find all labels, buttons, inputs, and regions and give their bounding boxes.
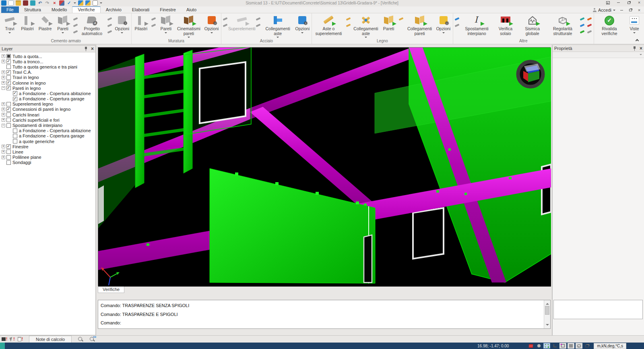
aste-superelementi-button[interactable]: Aste o superelementi: [312, 14, 345, 38]
delete-icon[interactable]: ×: [52, 0, 57, 6]
mini-drift-icon[interactable]: [454, 23, 460, 28]
mini-check-icon[interactable]: [151, 17, 156, 21]
layer-tree-item[interactable]: Spostamenti di interpiano: [1, 123, 95, 128]
pilastri-muratura-button[interactable]: Pilastri: [132, 14, 150, 38]
annotation-toggle[interactable]: [576, 343, 582, 349]
note-di-calcolo-tab[interactable]: Note di calcolo: [29, 336, 72, 343]
tree-checkbox[interactable]: [6, 75, 11, 80]
viste-button[interactable]: Viste: [625, 14, 643, 38]
layer-tree-item[interactable]: a Fondazione - Copertura abitazione: [1, 128, 95, 133]
mini-text-icon[interactable]: [587, 23, 592, 28]
cinematismi-pareti-button[interactable]: Cinematismi pareti: [175, 14, 202, 38]
tree-expander-icon[interactable]: [2, 113, 5, 116]
tree-checkbox[interactable]: [6, 70, 11, 75]
units-indicator[interactable]: m,kN,deg,°C,s: [594, 343, 626, 349]
mini-section-icon[interactable]: [587, 29, 592, 34]
layer-tree-item[interactable]: Travi in legno: [1, 75, 95, 80]
undo-icon[interactable]: ↶: [37, 0, 43, 6]
pareti-muratura-button[interactable]: Pareti: [157, 14, 175, 38]
tree-expander-icon[interactable]: [2, 108, 5, 111]
scroll-down-icon[interactable]: [546, 324, 549, 327]
opzioni-ca-button[interactable]: Opzioni: [113, 14, 131, 38]
layer-tree-item[interactable]: Carichi superficiali e fori: [1, 117, 95, 123]
new-file-icon[interactable]: [8, 0, 14, 6]
layer-tree-item[interactable]: Travi C.A.: [1, 70, 95, 75]
selection-mode-toggle[interactable]: [543, 343, 550, 349]
pareti-legno-button[interactable]: Pareti: [380, 14, 398, 38]
doc-minimize-button[interactable]: [619, 8, 624, 12]
modify-icon[interactable]: [59, 0, 64, 6]
model-alert-icon[interactable]: [2, 337, 7, 341]
travi-button[interactable]: Travi: [1, 14, 19, 38]
layer-tree-item[interactable]: Polilinee piane: [1, 155, 95, 160]
verifica-solaio-button[interactable]: Verifica solaio: [493, 14, 518, 38]
mini-rebar-icon[interactable]: [107, 23, 112, 28]
mini-check-icon[interactable]: [151, 23, 156, 28]
tree-checkbox[interactable]: [6, 150, 11, 154]
menu-tab[interactable]: Archivio: [101, 6, 127, 13]
tree-checkbox[interactable]: [6, 107, 11, 112]
layer-tree-item[interactable]: a quote generiche: [1, 139, 95, 144]
layer-tree-item[interactable]: Carichi lineari: [1, 112, 95, 117]
tree-expander-icon[interactable]: [2, 156, 5, 159]
mini-copy-view-icon[interactable]: [580, 17, 585, 21]
tree-checkbox[interactable]: [6, 160, 11, 165]
export-icon[interactable]: [30, 0, 35, 6]
tree-checkbox[interactable]: [6, 155, 11, 160]
window-select-icon[interactable]: [93, 0, 98, 6]
spostamenti-interpiano-button[interactable]: Spostamenti interpiano: [461, 14, 493, 38]
layer-tree-item[interactable]: a Fondazione - Copertura garage: [1, 96, 95, 102]
search-icon[interactable]: [78, 337, 83, 342]
tree-expander-icon[interactable]: [2, 60, 5, 63]
tree-checkbox[interactable]: [13, 139, 17, 143]
lamp-status-icon[interactable]: [535, 343, 542, 349]
account-button[interactable]: Accedi: [593, 8, 615, 12]
tree-checkbox[interactable]: [6, 64, 11, 69]
layer-tree-item[interactable]: Connessioni di pareti in legno: [1, 107, 95, 112]
selection-mode-icon[interactable]: [78, 0, 83, 6]
tree-expander-icon[interactable]: [2, 54, 5, 58]
mini-wall-icon[interactable]: [398, 17, 404, 21]
tree-expander-icon[interactable]: [2, 71, 5, 74]
menu-tab[interactable]: Elaborati: [127, 6, 155, 13]
rivalida-verifiche-button[interactable]: Rivalida verifiche: [594, 14, 624, 38]
mini-member-icon[interactable]: [256, 23, 261, 28]
layer-tree-item[interactable]: Tutto a tronco...: [1, 59, 95, 64]
tree-checkbox[interactable]: [6, 123, 11, 128]
progetto-automatico-button[interactable]: Progetto automatico: [79, 14, 105, 38]
mini-rebar-icon[interactable]: [107, 29, 112, 34]
find-text-icon[interactable]: AB: [89, 337, 95, 342]
menu-tab[interactable]: File: [1, 6, 19, 13]
viewport-3d[interactable]: [98, 47, 551, 286]
scroll-up-icon[interactable]: [546, 301, 549, 305]
mini-column-icon[interactable]: [72, 23, 78, 28]
layer-tree-item[interactable]: Sondaggi: [1, 160, 95, 165]
save-file-icon[interactable]: [23, 0, 28, 6]
close-panel-icon[interactable]: ×: [640, 46, 642, 51]
tree-checkbox[interactable]: [13, 91, 17, 96]
tree-expander-icon[interactable]: [2, 118, 5, 122]
layer-tree-item[interactable]: Pareti in legno: [1, 85, 95, 91]
grid-toggle[interactable]: [568, 343, 574, 349]
opzioni-muratura-button[interactable]: Opzioni: [203, 14, 221, 38]
superelementi-button[interactable]: Superelementi: [229, 14, 255, 38]
open-file-icon[interactable]: [16, 0, 21, 6]
mini-grid-icon[interactable]: [580, 23, 585, 28]
collegamenti-aste-acciaio-button[interactable]: Collegamenti aste: [262, 14, 293, 38]
menu-tab[interactable]: Modello: [46, 6, 72, 13]
doc-restore-button[interactable]: [627, 8, 633, 12]
close-panel-icon[interactable]: ×: [91, 46, 94, 51]
piastre-button[interactable]: Piastre: [36, 14, 54, 38]
selection-filter-icon[interactable]: [85, 0, 91, 6]
tree-checkbox[interactable]: [6, 112, 11, 117]
collapse-ribbon-icon[interactable]: [634, 38, 640, 42]
tree-checkbox[interactable]: [6, 144, 11, 149]
tree-expander-icon[interactable]: [2, 86, 5, 90]
tree-expander-icon[interactable]: [2, 81, 5, 85]
opzioni-acciaio-button[interactable]: Opzioni: [293, 14, 311, 38]
opzioni-legno-button[interactable]: Opzioni: [435, 14, 452, 38]
tree-checkbox[interactable]: [6, 118, 11, 122]
pin-icon[interactable]: [84, 46, 88, 51]
layer-tree-item[interactable]: a Fondazione - Copertura abitazione: [1, 91, 95, 96]
viewport-tab-verifiche[interactable]: Verifiche: [98, 286, 124, 293]
